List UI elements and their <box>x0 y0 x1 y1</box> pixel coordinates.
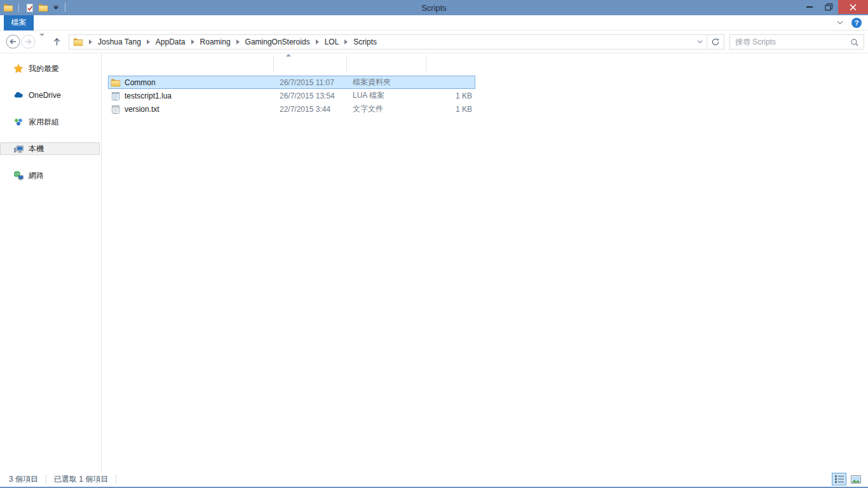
main-area: 我的最愛 OneDrive 家用群組 本機 網路 <box>0 54 868 471</box>
forward-button[interactable] <box>20 34 36 50</box>
navigation-pane: 我的最愛 OneDrive 家用群組 本機 網路 <box>0 54 102 471</box>
titlebar: Scripts <box>0 0 868 15</box>
sidebar-item-label: 本機 <box>29 144 44 154</box>
status-bar: 3 個項目 已選取 1 個項目 <box>0 471 868 487</box>
sidebar-item[interactable]: 我的最愛 <box>0 62 100 75</box>
location-folder-icon <box>73 37 83 47</box>
sidebar-item[interactable]: 網路 <box>0 169 100 182</box>
file-name: Common <box>125 78 156 87</box>
breadcrumb-item[interactable]: AppData <box>141 37 186 46</box>
refresh-icon <box>711 37 720 46</box>
sidebar-item-label: 我的最愛 <box>29 64 59 74</box>
column-header[interactable] <box>273 56 346 72</box>
back-icon <box>6 34 20 49</box>
column-header[interactable] <box>107 56 273 72</box>
address-bar[interactable]: Joshua Tang AppData Roaming GamingOnSter… <box>69 34 724 50</box>
window-title: Scripts <box>421 0 447 15</box>
tab-file[interactable]: 檔案 <box>4 15 34 30</box>
items-count: 3 個項目 <box>9 474 38 485</box>
forward-icon <box>21 34 36 49</box>
breadcrumb-item[interactable]: Scripts <box>339 37 377 46</box>
refresh-button[interactable] <box>707 35 724 49</box>
file-type: LUA 檔案 <box>347 90 426 101</box>
file-date: 22/7/2015 3:44 <box>274 105 347 114</box>
breadcrumb: Joshua Tang AppData Roaming GamingOnSter… <box>83 37 377 46</box>
sidebar-item-label: 家用群組 <box>29 117 59 128</box>
file-name: version.txt <box>125 105 159 114</box>
thumbnail-view-icon <box>851 475 861 484</box>
ribbon-tab[interactable] <box>67 15 101 30</box>
sidebar-item[interactable]: 本機 <box>0 142 100 155</box>
sidebar-item-icon <box>13 90 24 100</box>
file-row[interactable]: Common 26/7/2015 11:07 檔案資料夾 <box>108 76 475 89</box>
column-header[interactable] <box>426 56 478 72</box>
file-size: 1 KB <box>426 105 476 114</box>
sidebar-item-icon <box>13 144 24 154</box>
close-icon <box>850 4 857 11</box>
breadcrumb-item[interactable]: Roaming <box>186 37 231 46</box>
breadcrumb-separator-icon <box>147 39 150 44</box>
close-button[interactable] <box>838 0 868 14</box>
status-separator <box>116 475 116 484</box>
file-list: Common 26/7/2015 11:07 檔案資料夾 testscript1… <box>108 76 475 116</box>
caption-buttons <box>800 0 868 14</box>
sidebar-item-icon <box>13 64 24 74</box>
qat-separator <box>18 3 19 12</box>
minimize-icon <box>806 6 813 8</box>
file-type: 文字文件 <box>347 104 426 114</box>
details-view-icon <box>835 475 844 483</box>
customize-qat-button[interactable] <box>51 6 60 10</box>
sidebar-item[interactable]: OneDrive <box>0 89 100 102</box>
recent-locations-button[interactable] <box>36 36 48 48</box>
file-icon <box>111 78 121 88</box>
address-dropdown-button[interactable] <box>693 35 707 49</box>
details-view-button[interactable] <box>832 473 846 485</box>
chevron-down-icon <box>696 39 703 44</box>
status-separator <box>46 475 46 484</box>
sidebar-item[interactable]: 家用群組 <box>0 116 100 128</box>
qat-separator <box>65 3 65 12</box>
quick-access-toolbar <box>0 0 67 15</box>
breadcrumb-separator-icon <box>344 39 348 44</box>
navigation-bar: Joshua Tang AppData Roaming GamingOnSter… <box>0 30 868 53</box>
restore-button[interactable] <box>819 0 838 14</box>
file-type: 檔案資料夾 <box>347 77 426 88</box>
up-arrow-icon <box>52 37 62 46</box>
minimize-button[interactable] <box>800 0 819 14</box>
large-icons-view-button[interactable] <box>848 473 863 485</box>
breadcrumb-separator-icon <box>316 39 319 44</box>
breadcrumb-item[interactable]: GamingOnSteroids <box>231 37 310 46</box>
sidebar-item-icon <box>13 170 24 180</box>
sidebar-item-icon <box>13 117 24 127</box>
ribbon-tab[interactable] <box>101 15 135 30</box>
file-row[interactable]: version.txt 22/7/2015 3:44 文字文件 1 KB <box>108 102 475 116</box>
file-icon <box>111 91 121 101</box>
sidebar-item-label: 網路 <box>29 170 44 181</box>
explorer-window: Scripts 檔案 ? <box>0 0 868 488</box>
breadcrumb-separator-icon <box>236 39 240 44</box>
chevron-down-icon <box>53 7 58 10</box>
ribbon-tab-bar: 檔案 ? <box>0 15 868 30</box>
ribbon-tab[interactable] <box>34 15 67 30</box>
file-list-pane: Common 26/7/2015 11:07 檔案資料夾 testscript1… <box>102 54 868 471</box>
selected-count: 已選取 1 個項目 <box>54 474 108 485</box>
up-button[interactable] <box>48 34 65 50</box>
search-input[interactable] <box>730 37 844 46</box>
chevron-down-icon <box>39 34 44 47</box>
chevron-down-icon <box>836 20 844 26</box>
collapse-ribbon-button[interactable] <box>836 17 844 29</box>
properties-button[interactable] <box>24 2 35 13</box>
new-folder-button[interactable] <box>37 2 49 13</box>
column-header[interactable] <box>346 56 426 72</box>
breadcrumb-item[interactable]: Joshua Tang <box>83 37 141 46</box>
file-row[interactable]: testscript1.lua 26/7/2015 13:54 LUA 檔案 1… <box>108 89 475 102</box>
breadcrumb-separator-icon <box>89 39 92 44</box>
file-size: 1 KB <box>426 92 476 100</box>
back-button[interactable] <box>5 34 20 50</box>
search-box[interactable] <box>729 34 864 50</box>
breadcrumb-item[interactable]: LOL <box>310 37 339 46</box>
help-button[interactable]: ? <box>851 18 862 28</box>
file-icon <box>111 104 121 114</box>
search-icon <box>850 38 859 50</box>
file-date: 26/7/2015 11:07 <box>274 78 347 87</box>
